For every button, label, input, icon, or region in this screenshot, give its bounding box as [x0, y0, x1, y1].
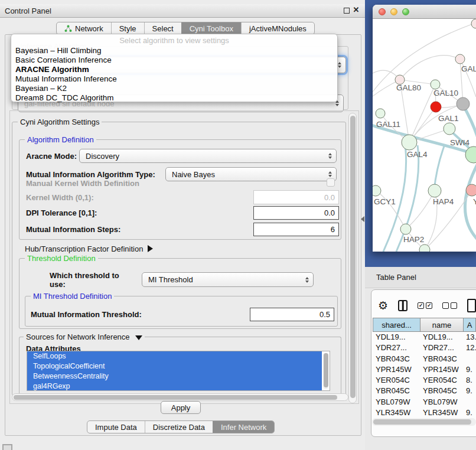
network-canvas[interactable]: GALGAL80GAL10GAL1GAL11GAL4SWI4GCY1HAP4YH…	[373, 19, 476, 252]
table-cell[interactable]: YBR043C	[373, 354, 420, 364]
gear-icon[interactable]: ⚙	[378, 300, 388, 311]
mi-threshold-field[interactable]: 0.5	[250, 308, 334, 321]
data-attribute-item[interactable]: BetweennessCentrality	[27, 371, 322, 381]
algorithm-option[interactable]: Bayesian – Hill Climbing	[11, 46, 337, 56]
network-edge[interactable]	[434, 145, 445, 190]
network-node-HAP2[interactable]	[400, 224, 411, 234]
tab-select[interactable]: Select	[144, 22, 181, 34]
table-cell[interactable]: YDL19...	[420, 332, 463, 343]
algorithm-option[interactable]: ARACNE Algorithm	[11, 65, 337, 74]
aracne-mode-combobox[interactable]: Discovery	[79, 149, 337, 163]
network-node-GAL4[interactable]	[402, 135, 417, 150]
dpi-tolerance-field[interactable]: 0.0	[253, 206, 339, 220]
table-cell[interactable]	[463, 397, 476, 407]
table-cell[interactable]: 9.	[463, 407, 476, 418]
table-row[interactable]: YLR345WYLR345W9.	[373, 407, 476, 418]
sources-toggle[interactable]: Sources for Network Inference	[24, 332, 145, 341]
tab-style[interactable]: Style	[111, 22, 144, 34]
table-cell[interactable]: 8.	[463, 375, 476, 386]
network-node-GAL1[interactable]	[444, 123, 455, 135]
data-attribute-item[interactable]: TopologicalCoefficient	[27, 361, 322, 371]
column-header-shared-name[interactable]: shared...	[373, 318, 420, 331]
table-cell[interactable]: YPR145W	[373, 364, 420, 375]
table-cell[interactable]: YDR27...	[420, 343, 463, 353]
tab-discretize-data[interactable]: Discretize Data	[145, 421, 213, 433]
attributes-scrollbar[interactable]	[323, 353, 328, 389]
column-header-partial[interactable]: A	[464, 318, 475, 331]
table-cell[interactable]: YBR045C	[420, 386, 463, 396]
table-cell[interactable]	[463, 354, 476, 364]
table-row[interactable]: YDR27...YDR27...12...	[373, 343, 476, 353]
table-cell[interactable]: YLR345W	[373, 407, 420, 418]
tab-impute-data[interactable]: Impute Data	[87, 421, 145, 433]
which-threshold-combobox[interactable]: MI Threshold	[142, 272, 314, 287]
network-node-GAL11[interactable]	[376, 109, 385, 118]
table-cell[interactable]: 13...	[463, 332, 476, 343]
mi-steps-field[interactable]: 6	[253, 223, 339, 236]
tab-cyni-toolbox[interactable]: Cyni Toolbox	[181, 22, 241, 34]
network-node-node-red[interactable]	[431, 102, 441, 112]
table-cell[interactable]: 9.	[463, 386, 476, 396]
zoom-traffic-light-icon[interactable]	[402, 8, 409, 15]
network-node-node-top-right[interactable]	[471, 19, 476, 28]
table-cell[interactable]: YER054C	[373, 375, 420, 386]
table-row[interactable]: YBR043CYBR043C	[373, 354, 476, 364]
close-icon[interactable]: ✕	[352, 5, 360, 15]
splitter-collapse-icon[interactable]	[361, 216, 364, 222]
table-cell[interactable]: YBL079W	[373, 397, 420, 407]
minimize-traffic-light-icon[interactable]	[390, 8, 397, 15]
table-row[interactable]: YDL19...YDL19...13...	[373, 332, 476, 343]
network-node-node-bottom[interactable]	[419, 244, 430, 252]
export-table-icon[interactable]	[467, 299, 476, 312]
data-attribute-item[interactable]: SelfLoops	[27, 351, 322, 361]
table-row[interactable]: YBR045CYBR045C9.	[373, 386, 476, 396]
network-node-SWI4[interactable]	[465, 146, 476, 163]
network-window-titlebar[interactable]	[373, 5, 476, 19]
network-graph[interactable]: GALGAL80GAL10GAL1GAL11GAL4SWI4GCY1HAP4YH…	[373, 19, 476, 252]
network-node-HAP4[interactable]	[428, 184, 441, 197]
network-edge[interactable]	[400, 56, 460, 80]
algorithm-option[interactable]: Basic Correlation Inference	[11, 56, 337, 65]
float-window-icon[interactable]	[344, 8, 350, 14]
table-cell[interactable]: 12...	[463, 343, 476, 353]
settings-vertical-scrollbar[interactable]	[348, 113, 357, 403]
table-row[interactable]: YBL079WYBL079W	[373, 397, 476, 407]
close-traffic-light-icon[interactable]	[379, 8, 386, 15]
table-horizontal-scrollbar[interactable]	[372, 418, 476, 426]
table-row[interactable]: YER054CYER054C8.	[373, 375, 476, 386]
tab-jactivemnodules[interactable]: jActiveMNodules	[241, 22, 314, 34]
table-cell[interactable]: YLR345W	[420, 407, 463, 418]
table-cell[interactable]: YBR045C	[373, 386, 420, 396]
algorithm-option[interactable]: Dream8 DC_TDC Algorithm	[11, 93, 337, 103]
algorithm-option[interactable]: Mutual Information Inference	[11, 74, 337, 84]
column-header-name[interactable]: name	[420, 318, 464, 331]
network-node-node-gray[interactable]	[457, 97, 470, 110]
network-node-GAL10[interactable]	[431, 80, 440, 89]
table-cell[interactable]: YDL19...	[373, 332, 420, 343]
apply-button[interactable]: Apply	[161, 401, 201, 414]
kernel-width-field[interactable]: 0.0	[253, 190, 339, 204]
table-cell[interactable]: YDR27...	[373, 343, 420, 353]
table-cell[interactable]: YBL079W	[420, 397, 463, 407]
columns-icon[interactable]	[398, 300, 407, 311]
unselect-all-columns-icon[interactable]	[442, 302, 457, 309]
network-edge[interactable]	[406, 191, 435, 229]
mi-type-combobox[interactable]: Naive Bayes	[165, 167, 337, 181]
panel-grip-icon[interactable]	[2, 444, 12, 450]
tab-infer-network[interactable]: Infer Network	[213, 421, 274, 433]
manual-kernel-checkbox[interactable]	[327, 178, 335, 187]
network-node-GAL[interactable]	[455, 54, 465, 64]
table-cell[interactable]: YBR043C	[420, 354, 463, 364]
select-all-columns-icon[interactable]: ✓✓	[418, 302, 432, 309]
table-cell[interactable]: YPR145W	[420, 364, 463, 375]
data-attribute-item[interactable]: gal4RGexp	[27, 381, 322, 391]
network-node-GCY1[interactable]	[373, 185, 381, 196]
table-row[interactable]: YPR145WYPR145W9.	[373, 364, 476, 375]
table-cell[interactable]: YER054C	[420, 375, 463, 386]
settings-horizontal-scrollbar[interactable]	[12, 393, 348, 401]
network-node-node-Y[interactable]	[466, 184, 476, 196]
hub-definition-toggle[interactable]: Hub/Transcription Factor Definition	[25, 244, 153, 253]
table-cell[interactable]: 9.	[463, 364, 476, 375]
tab-network[interactable]: Network	[57, 22, 111, 34]
algorithm-option[interactable]: Bayesian – K2	[11, 84, 337, 93]
